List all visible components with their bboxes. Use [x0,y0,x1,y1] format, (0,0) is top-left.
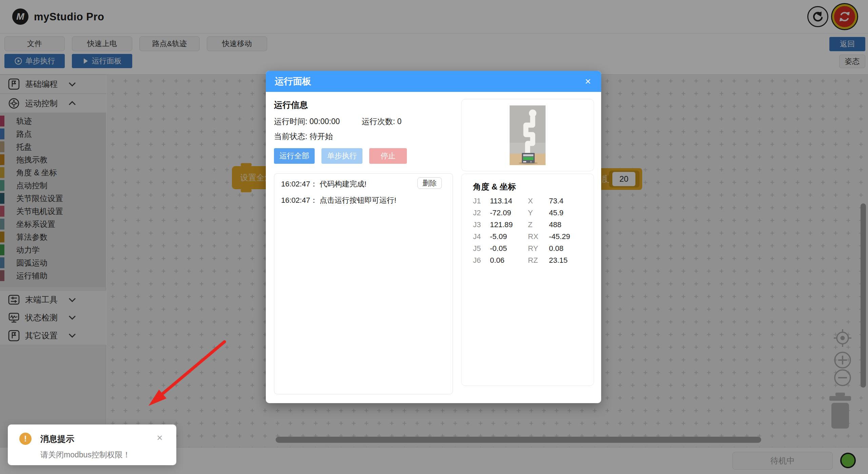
joint-value: 121.89 [490,220,528,229]
pose-label: X [528,197,549,205]
robot-preview-card [461,99,594,171]
joint-value: -0.05 [490,244,528,253]
coord-row: J2 -72.09 Y 45.9 [473,207,585,219]
angles-coords-card: 角度 & 坐标 J1 113.14 X 73.4 J2 -72.09 Y 45.… [461,174,594,386]
coord-row: J3 121.89 Z 488 [473,219,585,231]
notification-title: 消息提示 [40,433,74,445]
dialog-header[interactable]: 运行面板 × [266,71,601,92]
pose-value: -45.29 [549,232,570,241]
run-info-heading: 运行信息 [274,99,308,111]
run-time-label: 运行时间: [274,117,307,126]
coord-row: J1 113.14 X 73.4 [473,195,585,207]
run-count-label: 运行次数: [362,117,395,126]
stop-button[interactable]: 停止 [369,148,407,164]
log-entry: 16:02:47： 代码构建完成! [281,179,417,189]
dialog-title: 运行面板 [275,71,311,92]
angles-coords-title: 角度 & 坐标 [473,181,516,192]
pose-label: Z [528,220,549,229]
coord-row: J6 0.06 RZ 23.15 [473,254,585,266]
pose-label: RZ [528,256,549,265]
joint-label: J5 [473,244,490,253]
pose-value: 45.9 [549,209,564,217]
pose-value: 73.4 [549,197,564,205]
pose-label: RX [528,232,549,241]
joint-value: 0.06 [490,256,528,265]
angles-coords-table: J1 113.14 X 73.4 J2 -72.09 Y 45.9 J3 121… [473,195,585,266]
single-step-button[interactable]: 单步执行 [321,148,362,164]
status-value: 待开始 [310,132,333,141]
joint-label: J1 [473,197,490,205]
close-icon[interactable]: × [153,431,167,445]
notification-body: 请关闭modbus控制权限！ [40,450,131,460]
run-buttons-row: 运行全部 单步执行 停止 [274,148,407,164]
close-icon[interactable]: × [580,74,596,89]
pose-value: 23.15 [549,256,568,265]
app-window: M myStudio Pro 文件快速上电路点&轨迹快速移动 返回 [0,0,868,474]
pose-value: 0.08 [549,244,564,253]
pose-label: RY [528,244,549,253]
coord-row: J5 -0.05 RY 0.08 [473,242,585,254]
log-entries: 16:02:47： 代码构建完成!16:02:47： 点击运行按钮即可运行! [281,179,417,205]
run-time-row: 运行时间: 00:00:00 运行次数: 0 [274,116,401,127]
joint-value: -72.09 [490,209,528,217]
current-status-row: 当前状态: 待开始 [274,131,333,142]
pose-value: 488 [549,220,561,229]
joint-value: 113.14 [490,197,528,205]
robot-arm-image [510,105,546,165]
joint-label: J2 [473,209,490,217]
run-panel-dialog: 运行面板 × 运行信息 运行时间: 00:00:00 运行次数: 0 当前状态:… [266,71,601,403]
log-entry: 16:02:47： 点击运行按钮即可运行! [281,195,417,205]
run-count-value: 0 [397,117,401,126]
run-time-value: 00:00:00 [310,117,340,126]
status-label: 当前状态: [274,132,307,141]
run-log-panel: 16:02:47： 代码构建完成!16:02:47： 点击运行按钮即可运行! 删… [274,173,453,394]
message-notification: ! 消息提示 × 请关闭modbus控制权限！ [8,424,176,465]
joint-label: J4 [473,232,490,241]
coord-row: J4 -5.09 RX -45.29 [473,231,585,242]
joint-label: J6 [473,256,490,265]
run-all-button[interactable]: 运行全部 [274,148,315,164]
joint-label: J3 [473,220,490,229]
pose-label: Y [528,209,549,217]
warning-icon: ! [19,433,32,445]
delete-log-button[interactable]: 删除 [417,177,442,189]
joint-value: -5.09 [490,232,528,241]
